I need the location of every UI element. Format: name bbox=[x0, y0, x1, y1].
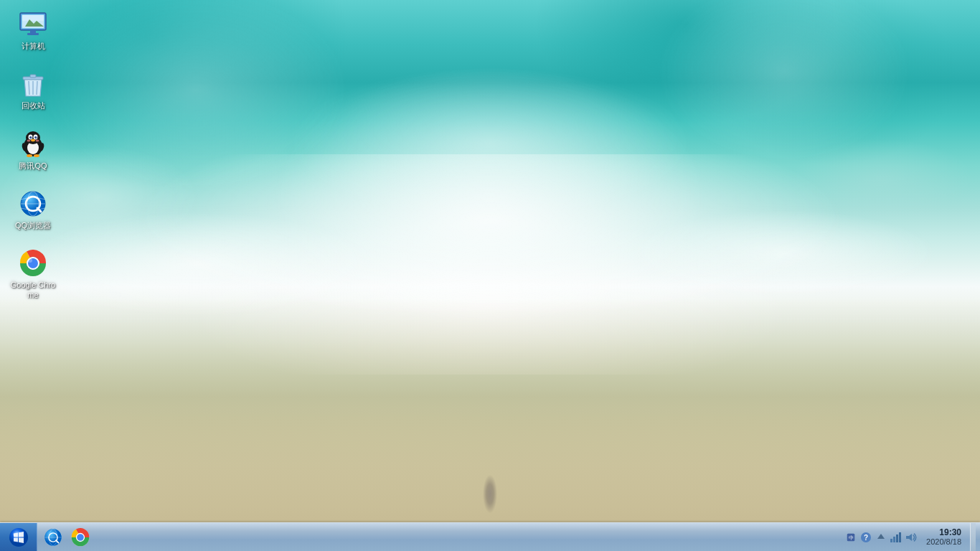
svg-point-26 bbox=[34, 154, 39, 157]
svg-rect-6 bbox=[30, 30, 36, 33]
svg-point-20 bbox=[31, 136, 32, 137]
desktop: 计算机 回收站 bbox=[0, 0, 980, 551]
svg-rect-54 bbox=[890, 539, 892, 542]
svg-rect-55 bbox=[893, 537, 895, 542]
recycle-icon-label: 回收站 bbox=[22, 100, 45, 110]
svg-line-10 bbox=[37, 81, 37, 95]
language-indicator[interactable]: 中 bbox=[844, 531, 857, 544]
recycle-icon bbox=[19, 70, 47, 98]
show-desktop-button[interactable] bbox=[970, 523, 976, 552]
svg-point-23 bbox=[27, 139, 31, 141]
clock-date: 2020/8/18 bbox=[926, 537, 961, 547]
svg-text:中: 中 bbox=[849, 535, 854, 540]
svg-marker-58 bbox=[906, 534, 912, 541]
system-tray: 中 ? bbox=[840, 523, 980, 551]
chrome-icon bbox=[19, 249, 47, 278]
network-icon[interactable] bbox=[890, 531, 903, 544]
qq-browser-icon-label: QQ浏览器 bbox=[15, 220, 51, 230]
start-button[interactable] bbox=[0, 523, 37, 552]
desktop-icon-computer[interactable]: 计算机 bbox=[7, 7, 59, 54]
svg-point-21 bbox=[36, 136, 37, 137]
svg-point-22 bbox=[31, 138, 35, 141]
clock[interactable]: 19:30 2020/8/18 bbox=[920, 523, 967, 551]
svg-rect-12 bbox=[30, 75, 36, 77]
chrome-icon-label: Google Chrome bbox=[10, 280, 56, 301]
qq-icon-label: 腾讯QQ bbox=[19, 161, 47, 171]
tray-expand-icon[interactable] bbox=[875, 531, 887, 544]
svg-rect-7 bbox=[27, 33, 39, 35]
volume-icon[interactable] bbox=[905, 531, 918, 544]
svg-rect-57 bbox=[899, 532, 901, 542]
person-silhouette bbox=[483, 474, 497, 514]
qq-browser-icon bbox=[19, 189, 47, 218]
svg-point-48 bbox=[77, 533, 85, 541]
svg-point-18 bbox=[29, 136, 32, 138]
svg-line-8 bbox=[29, 81, 29, 95]
clock-time: 19:30 bbox=[939, 527, 961, 537]
taskbar: 中 ? bbox=[0, 522, 980, 551]
svg-point-38 bbox=[28, 258, 32, 263]
desktop-icon-chrome[interactable]: Google Chrome bbox=[7, 246, 59, 303]
svg-point-25 bbox=[27, 154, 32, 157]
taskbar-items bbox=[37, 523, 840, 551]
svg-point-24 bbox=[36, 139, 39, 141]
help-icon[interactable]: ? bbox=[859, 531, 872, 544]
computer-icon bbox=[19, 10, 47, 39]
svg-marker-53 bbox=[877, 534, 885, 539]
svg-rect-56 bbox=[896, 534, 898, 542]
svg-text:?: ? bbox=[864, 534, 868, 542]
desktop-icon-qq[interactable]: 腾讯QQ bbox=[7, 127, 59, 174]
computer-icon-label: 计算机 bbox=[22, 41, 45, 51]
svg-point-39 bbox=[9, 528, 28, 547]
svg-point-19 bbox=[34, 136, 37, 138]
desktop-icon-recycle[interactable]: 回收站 bbox=[7, 67, 59, 113]
svg-rect-3 bbox=[22, 15, 44, 21]
desktop-icon-qq-browser[interactable]: QQ浏览器 bbox=[7, 187, 59, 233]
qq-icon bbox=[19, 130, 47, 159]
taskbar-qq-browser[interactable] bbox=[40, 524, 66, 550]
taskbar-chrome[interactable] bbox=[67, 524, 93, 550]
svg-point-40 bbox=[13, 532, 22, 537]
tray-icons: 中 ? bbox=[844, 531, 918, 544]
desktop-icons: 计算机 回收站 bbox=[7, 7, 59, 303]
svg-point-15 bbox=[26, 131, 40, 144]
